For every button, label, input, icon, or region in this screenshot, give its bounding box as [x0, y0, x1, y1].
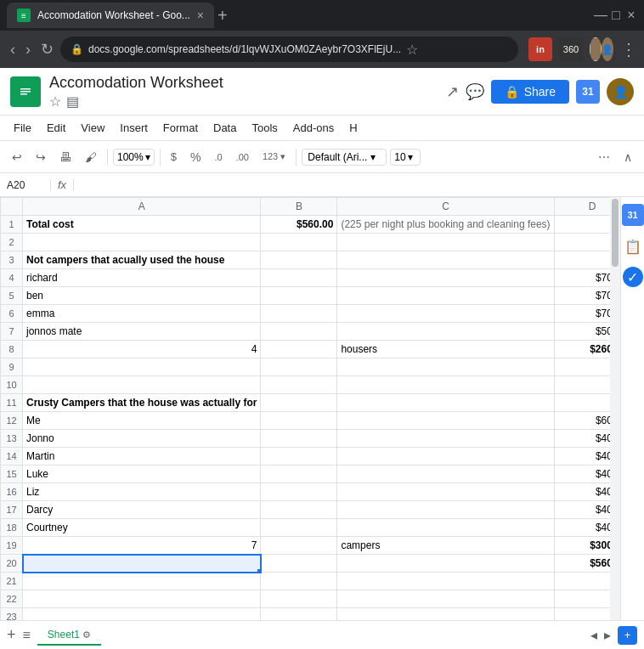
cell-a9[interactable] [23, 358, 261, 376]
cell-a10[interactable] [23, 376, 261, 394]
forward-button[interactable]: › [22, 37, 34, 62]
profile-avatar[interactable]: 👤 [602, 37, 613, 61]
menu-insert[interactable]: Insert [113, 118, 155, 138]
cell-b4[interactable] [261, 269, 337, 287]
font-select[interactable]: Default (Ari... ▾ [302, 149, 387, 166]
cell-a19[interactable]: 7 [23, 537, 261, 555]
cell-a8[interactable]: 4 [23, 341, 261, 358]
cell-a3[interactable]: Not campers that acually used the house [23, 251, 261, 269]
cell-d2[interactable] [554, 234, 610, 251]
cell-d10[interactable] [554, 376, 610, 394]
menu-view[interactable]: View [74, 118, 111, 138]
vertical-scrollbar[interactable] [610, 197, 620, 620]
cell-b14[interactable] [261, 448, 337, 466]
sidebar-calendar-icon[interactable]: 31 [622, 204, 644, 226]
cell-c17[interactable] [337, 501, 554, 519]
decrease-decimal-button[interactable]: .0 [209, 149, 227, 166]
browser-menu-button[interactable]: ⋮ [620, 39, 637, 59]
reload-button[interactable]: ↻ [37, 37, 57, 62]
cell-a14[interactable]: Martin [23, 448, 261, 466]
cell-d11[interactable] [554, 394, 610, 412]
menu-addons[interactable]: Add-ons [286, 118, 341, 138]
percent-button[interactable]: % [185, 147, 206, 167]
cell-d23[interactable] [554, 608, 610, 621]
user-avatar[interactable]: 👤 [607, 78, 634, 105]
cell-d5[interactable]: $70.00 [554, 287, 610, 305]
cell-b8[interactable] [261, 341, 337, 358]
cell-c22[interactable] [337, 590, 554, 608]
cell-d1[interactable] [554, 216, 610, 234]
cell-d19[interactable]: $300.00 [554, 537, 610, 555]
col-header-b[interactable]: B [261, 198, 337, 216]
tab-close-btn[interactable]: × [197, 8, 204, 22]
explore-button[interactable]: + [618, 626, 637, 645]
cell-c20[interactable] [337, 555, 554, 573]
menu-data[interactable]: Data [206, 118, 243, 138]
cell-d20[interactable]: $560.00 [554, 555, 610, 573]
sheet-options-icon[interactable]: ⚙ [82, 629, 91, 640]
cell-d22[interactable] [554, 590, 610, 608]
col-header-a[interactable]: A [23, 198, 261, 216]
font-size-select[interactable]: 10 ▾ [390, 149, 421, 166]
cell-d3[interactable] [554, 251, 610, 269]
cell-a13[interactable]: Jonno [23, 430, 261, 448]
cell-d6[interactable]: $70.00 [554, 305, 610, 323]
currency-button[interactable]: $ [166, 147, 182, 166]
scroll-thumb[interactable] [612, 199, 619, 267]
cell-c3[interactable] [337, 251, 554, 269]
cell-c15[interactable] [337, 466, 554, 483]
collapse-toolbar-button[interactable]: ∧ [619, 147, 637, 167]
ext-icon-3[interactable]: 👤 [590, 37, 613, 61]
cell-a22[interactable] [23, 590, 261, 608]
sheet-tab-sheet1[interactable]: Sheet1 ⚙ [37, 625, 101, 646]
cell-c23[interactable] [337, 608, 554, 621]
cell-a2[interactable] [23, 234, 261, 251]
cell-d7[interactable]: $50.00 [554, 323, 610, 341]
browser-tab[interactable]: ≡ Accomodation Worksheet - Goo... × [7, 3, 214, 28]
cell-c11[interactable] [337, 394, 554, 412]
cell-c2[interactable] [337, 234, 554, 251]
cell-b11[interactable] [261, 394, 337, 412]
new-tab-button[interactable]: + [217, 6, 228, 25]
cell-a5[interactable]: ben [23, 287, 261, 305]
col-header-d[interactable]: D [554, 198, 610, 216]
ext-icon-2[interactable]: 360 [559, 37, 583, 61]
trend-icon[interactable]: ↗ [446, 82, 459, 101]
sidebar-tasks-icon[interactable]: 📋 [623, 236, 643, 257]
maximize-button[interactable]: □ [610, 9, 622, 21]
cell-c10[interactable] [337, 376, 554, 394]
cell-a23[interactable] [23, 608, 261, 621]
cell-a6[interactable]: emma [23, 305, 261, 323]
cell-selection-handle[interactable] [257, 569, 261, 573]
cell-b18[interactable] [261, 519, 337, 537]
cell-b16[interactable] [261, 483, 337, 501]
cell-c21[interactable] [337, 573, 554, 590]
cell-a18[interactable]: Courtney [23, 519, 261, 537]
cell-d21[interactable] [554, 573, 610, 590]
cell-b17[interactable] [261, 501, 337, 519]
cell-b7[interactable] [261, 323, 337, 341]
cell-c5[interactable] [337, 287, 554, 305]
comment-icon[interactable]: 💬 [466, 82, 484, 101]
cell-d12[interactable]: $60.00 [554, 412, 610, 430]
menu-help[interactable]: H [342, 118, 364, 138]
cell-a12[interactable]: Me [23, 412, 261, 430]
cell-b12[interactable] [261, 412, 337, 430]
menu-tools[interactable]: Tools [245, 118, 284, 138]
cell-d9[interactable] [554, 358, 610, 376]
cell-reference[interactable]: A20 [0, 179, 51, 191]
cell-c19[interactable]: campers [337, 537, 554, 555]
paint-format-button[interactable]: 🖌 [80, 147, 102, 167]
cell-a7[interactable]: jonnos mate [23, 323, 261, 341]
back-button[interactable]: ‹ [7, 37, 19, 62]
col-header-c[interactable]: C [337, 198, 554, 216]
cell-a1[interactable]: Total cost [23, 216, 261, 234]
cell-b15[interactable] [261, 466, 337, 483]
cell-b10[interactable] [261, 376, 337, 394]
cell-c12[interactable] [337, 412, 554, 430]
cell-b23[interactable] [261, 608, 337, 621]
more-options-button[interactable]: ⋯ [593, 147, 615, 167]
cell-a4[interactable]: richard [23, 269, 261, 287]
folder-icon[interactable]: ▤ [66, 93, 79, 110]
cell-b6[interactable] [261, 305, 337, 323]
